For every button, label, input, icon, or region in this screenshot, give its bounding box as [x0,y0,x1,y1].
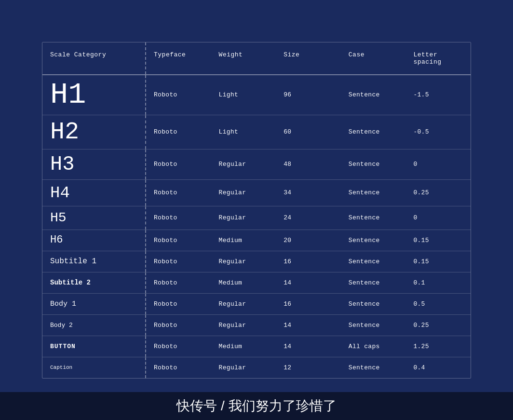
weight-cell-h2: Light [211,115,276,149]
letter-spacing-cell-subtitle2: 0.1 [405,272,471,293]
scale-label-button: BUTTON [50,343,76,350]
scale-label-subtitle1: Subtitle 1 [50,257,96,265]
scale-cell-body2: Body 2 [42,315,146,336]
table-row: BUTTONRobotoMedium14All caps1.25 [42,336,471,357]
typeface-cell-h5: Roboto [146,206,211,230]
case-cell-caption: Sentence [341,357,406,378]
typeface-cell-subtitle1: Roboto [146,251,211,272]
col-header-case: Case [341,42,406,74]
case-cell-h6: Sentence [341,230,406,251]
weight-cell-body2: Regular [211,315,276,336]
typeface-cell-h6: Roboto [146,230,211,251]
weight-cell-h3: Regular [211,149,276,179]
size-cell-button: 14 [276,336,341,357]
letter-spacing-cell-h2: -0.5 [405,115,471,149]
scale-label-subtitle2: Subtitle 2 [50,279,91,286]
letter-spacing-cell-h4: 0.25 [405,180,471,206]
scale-cell-h1: H1 [42,75,146,115]
case-cell-subtitle2: Sentence [341,272,406,293]
weight-cell-h1: Light [211,75,276,115]
scale-cell-h2: H2 [42,115,146,149]
case-cell-body2: Sentence [341,315,406,336]
weight-cell-h4: Regular [211,180,276,206]
scale-label-h6: H6 [50,235,63,245]
weight-cell-subtitle1: Regular [211,251,276,272]
scale-label-h5: H5 [50,211,67,225]
watermark: 快传号 / 我们努力了珍惜了 [0,392,513,420]
table-row: H3RobotoRegular48Sentence0 [42,149,471,180]
size-cell-subtitle2: 14 [276,272,341,293]
case-cell-h4: Sentence [341,180,406,206]
weight-cell-h5: Regular [211,206,276,230]
size-cell-h5: 24 [276,206,341,230]
scale-cell-caption: Caption [42,357,146,378]
col-header-weight: Weight [211,42,276,74]
scale-cell-h5: H5 [42,206,146,230]
scale-cell-subtitle1: Subtitle 1 [42,251,146,272]
size-cell-h6: 20 [276,230,341,251]
typography-table: Scale Category Typeface Weight Size Case… [42,42,471,379]
table-row: Subtitle 2RobotoMedium14Sentence0.1 [42,272,471,294]
size-cell-subtitle1: 16 [276,251,341,272]
typeface-cell-body1: Roboto [146,294,211,314]
scale-label-h3: H3 [50,154,74,175]
size-cell-body1: 16 [276,294,341,314]
table-row: Subtitle 1RobotoRegular16Sentence0.15 [42,251,471,272]
size-cell-body2: 14 [276,315,341,336]
typeface-cell-button: Roboto [146,336,211,357]
letter-spacing-cell-body2: 0.25 [405,315,471,336]
table-row: H4RobotoRegular34Sentence0.25 [42,180,471,206]
size-cell-h4: 34 [276,180,341,206]
table-header: Scale Category Typeface Weight Size Case… [42,42,471,75]
size-cell-caption: 12 [276,357,341,378]
letter-spacing-cell-h6: 0.15 [405,230,471,251]
table-row: H6RobotoMedium20Sentence0.15 [42,230,471,251]
table-body: H1RobotoLight96Sentence-1.5H2RobotoLight… [42,75,471,378]
table-row: CaptionRobotoRegular12Sentence0.4 [42,357,471,378]
letter-spacing-cell-body1: 0.5 [405,294,471,314]
scale-label-h4: H4 [50,185,70,201]
col-header-typeface: Typeface [146,42,211,74]
scale-cell-body1: Body 1 [42,294,146,314]
letter-spacing-cell-h3: 0 [405,149,471,179]
letter-spacing-cell-h5: 0 [405,206,471,230]
scale-cell-button: BUTTON [42,336,146,357]
case-cell-button: All caps [341,336,406,357]
weight-cell-h6: Medium [211,230,276,251]
scale-cell-h6: H6 [42,230,146,251]
weight-cell-subtitle2: Medium [211,272,276,293]
weight-cell-button: Medium [211,336,276,357]
col-header-scale: Scale Category [42,42,146,74]
table-row: H2RobotoLight60Sentence-0.5 [42,115,471,149]
table-row: H5RobotoRegular24Sentence0 [42,206,471,230]
col-header-letter-spacing: Letter spacing [405,42,471,74]
typeface-cell-caption: Roboto [146,357,211,378]
case-cell-body1: Sentence [341,294,406,314]
scale-label-body1: Body 1 [50,300,76,308]
typeface-cell-h3: Roboto [146,149,211,179]
table-row: Body 2RobotoRegular14Sentence0.25 [42,315,471,336]
scale-label-body2: Body 2 [50,322,73,328]
case-cell-subtitle1: Sentence [341,251,406,272]
weight-cell-body1: Regular [211,294,276,314]
scale-cell-h3: H3 [42,149,146,179]
weight-cell-caption: Regular [211,357,276,378]
table-row: Body 1RobotoRegular16Sentence0.5 [42,294,471,315]
typeface-cell-body2: Roboto [146,315,211,336]
size-cell-h3: 48 [276,149,341,179]
letter-spacing-cell-button: 1.25 [405,336,471,357]
size-cell-h2: 60 [276,115,341,149]
scale-label-h1: H1 [50,80,86,110]
scale-label-h2: H2 [50,120,79,144]
col-header-size: Size [276,42,341,74]
scale-cell-h4: H4 [42,180,146,206]
typeface-cell-h2: Roboto [146,115,211,149]
case-cell-h5: Sentence [341,206,406,230]
typeface-cell-h1: Roboto [146,75,211,115]
letter-spacing-cell-h1: -1.5 [405,75,471,115]
scale-cell-subtitle2: Subtitle 2 [42,272,146,293]
typeface-cell-h4: Roboto [146,180,211,206]
letter-spacing-cell-subtitle1: 0.15 [405,251,471,272]
table-row: H1RobotoLight96Sentence-1.5 [42,75,471,115]
scale-label-caption: Caption [50,365,72,370]
